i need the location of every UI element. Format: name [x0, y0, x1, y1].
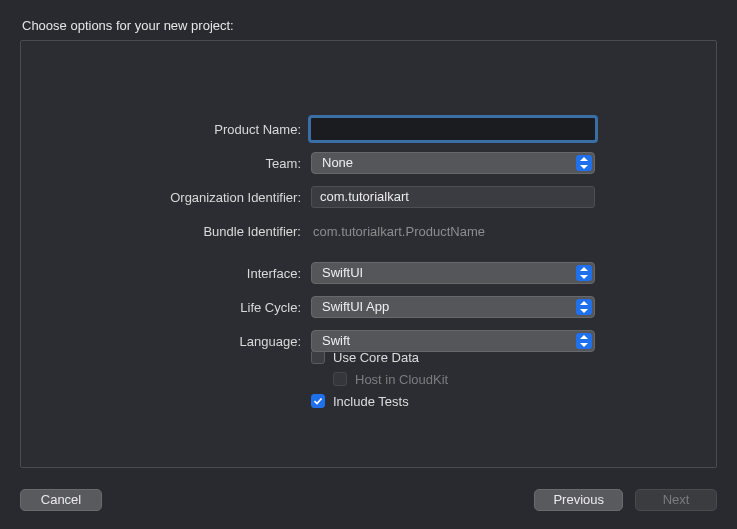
updown-chevron-icon — [576, 265, 592, 281]
previous-button[interactable]: Previous — [534, 489, 623, 511]
lifecycle-popup[interactable]: SwiftUI App — [311, 296, 595, 318]
lifecycle-value: SwiftUI App — [322, 299, 389, 314]
options-form: Product Name: Team: None Organization Id… — [21, 113, 716, 395]
cancel-button[interactable]: Cancel — [20, 489, 102, 511]
include-tests-label: Include Tests — [333, 394, 409, 409]
next-button: Next — [635, 489, 717, 511]
dialog-title: Choose options for your new project: — [22, 18, 234, 33]
checkbox-on-icon — [311, 394, 325, 408]
new-project-options-dialog: Choose options for your new project: Pro… — [0, 0, 737, 529]
interface-value: SwiftUI — [322, 265, 363, 280]
lifecycle-label: Life Cycle: — [21, 300, 311, 315]
language-label: Language: — [21, 334, 311, 349]
team-label: Team: — [21, 156, 311, 171]
updown-chevron-icon — [576, 155, 592, 171]
bundle-identifier-value: com.tutorialkart.ProductName — [311, 224, 485, 239]
product-name-input[interactable] — [311, 118, 595, 140]
include-tests-checkbox[interactable]: Include Tests — [311, 390, 409, 412]
checkbox-off-disabled-icon — [333, 372, 347, 386]
options-panel: Product Name: Team: None Organization Id… — [20, 40, 717, 468]
interface-label: Interface: — [21, 266, 311, 281]
host-in-cloudkit-checkbox: Host in CloudKit — [333, 368, 448, 390]
bundle-identifier-label: Bundle Identifier: — [21, 224, 311, 239]
checkbox-off-icon — [311, 350, 325, 364]
organization-identifier-input[interactable]: com.tutorialkart — [311, 186, 595, 208]
updown-chevron-icon — [576, 299, 592, 315]
host-in-cloudkit-label: Host in CloudKit — [355, 372, 448, 387]
language-popup[interactable]: Swift — [311, 330, 595, 352]
product-name-label: Product Name: — [21, 122, 311, 137]
updown-chevron-icon — [576, 333, 592, 349]
interface-popup[interactable]: SwiftUI — [311, 262, 595, 284]
organization-identifier-label: Organization Identifier: — [21, 190, 311, 205]
team-popup[interactable]: None — [311, 152, 595, 174]
language-value: Swift — [322, 333, 350, 348]
team-value: None — [322, 155, 353, 170]
dialog-footer: Cancel Previous Next — [20, 489, 717, 511]
